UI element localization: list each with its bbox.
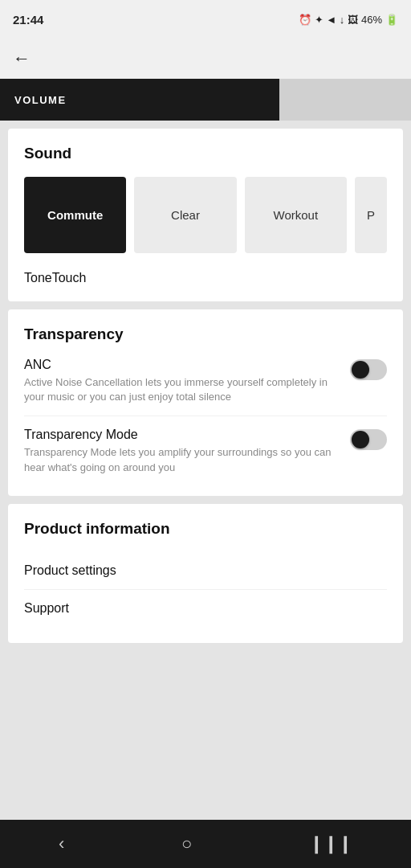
transparency-card: Transparency ANC Active Noise Cancellati…	[8, 309, 403, 496]
transparency-mode-toggle[interactable]	[350, 429, 387, 450]
product-card-title: Product information	[24, 520, 387, 538]
status-bar: 21:44 ⏰ ✦ ◄ ↓ 🖼 46% 🔋	[0, 0, 411, 39]
divider-1	[24, 416, 387, 416]
product-settings-item[interactable]: Product settings	[24, 552, 387, 590]
mode-more[interactable]: P	[355, 177, 387, 253]
sound-card: Sound Commute Clear Workout P ToneTouch	[8, 129, 403, 301]
battery-percent: 46%	[361, 14, 382, 26]
support-item[interactable]: Support	[24, 590, 387, 627]
status-time: 21:44	[13, 13, 43, 27]
anc-toggle-knob	[352, 361, 369, 379]
main-content: Sound Commute Clear Workout P ToneTouch …	[0, 121, 411, 820]
sound-card-title: Sound	[24, 145, 387, 162]
nav-recents-button[interactable]: ❙❙❙	[309, 833, 352, 854]
mode-commute[interactable]: Commute	[24, 177, 126, 253]
transparency-mode-label-group: Transparency Mode Transparency Mode lets…	[24, 428, 350, 474]
nav-home-button[interactable]: ○	[181, 833, 192, 854]
anc-row: ANC Active Noise Cancellation lets you i…	[24, 358, 387, 404]
nav-back-button[interactable]: ‹	[59, 833, 64, 854]
mode-workout[interactable]: Workout	[245, 177, 347, 253]
transparency-mode-toggle-knob	[352, 431, 369, 448]
battery-icon: 🔋	[385, 14, 398, 26]
transparency-mode-row: Transparency Mode Transparency Mode lets…	[24, 428, 387, 474]
anc-description: Active Noise Cancellation lets you immer…	[24, 375, 340, 404]
sound-modes: Commute Clear Workout P	[24, 177, 387, 253]
transparency-mode-description: Transparency Mode lets you amplify your …	[24, 445, 340, 474]
volume-bar-empty	[279, 79, 411, 121]
volume-label: VOLUME	[14, 94, 67, 106]
anc-label: ANC	[24, 358, 340, 372]
anc-toggle[interactable]	[350, 359, 387, 380]
back-row: ←	[0, 39, 411, 79]
volume-bar: VOLUME	[0, 79, 411, 121]
status-right: ⏰ ✦ ◄ ↓ 🖼 46% 🔋	[299, 14, 398, 26]
volume-bar-filled: VOLUME	[0, 79, 279, 121]
tonetouch-label[interactable]: ToneTouch	[24, 268, 387, 285]
transparency-card-title: Transparency	[24, 326, 387, 343]
transparency-mode-label: Transparency Mode	[24, 428, 340, 442]
nav-bar: ‹ ○ ❙❙❙	[0, 820, 411, 868]
mode-clear[interactable]: Clear	[134, 177, 236, 253]
product-card: Product information Product settings Sup…	[8, 504, 403, 643]
status-icons: ⏰ ✦ ◄ ↓ 🖼	[299, 14, 358, 26]
anc-label-group: ANC Active Noise Cancellation lets you i…	[24, 358, 350, 404]
back-button[interactable]: ←	[13, 48, 31, 69]
